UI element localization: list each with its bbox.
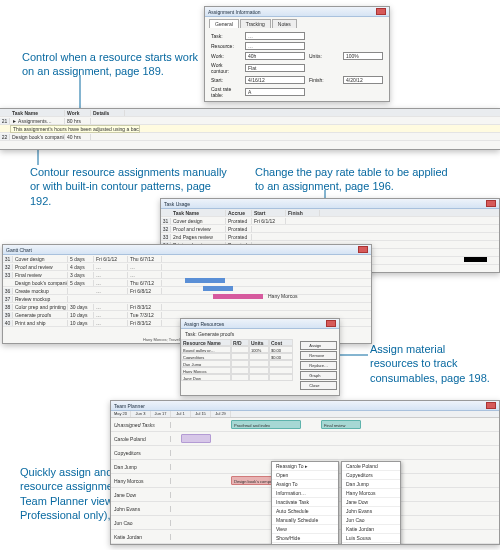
finish-label: Finish: [309, 77, 339, 83]
dialog-assign-resources: Assign Resources Task: Generate proofs R… [180, 318, 340, 396]
context-menu[interactable]: Reassign To ▸OpenAssign ToInformation…In… [271, 461, 339, 545]
cell[interactable] [249, 353, 269, 360]
work-field[interactable]: 40h [245, 52, 305, 60]
tab-general[interactable]: General [209, 19, 239, 28]
usage-grid: Task NameWork Details 21 ► Assignments… … [0, 108, 500, 150]
table-row[interactable]: 332nd Pages reviewProrated [161, 233, 499, 241]
cell[interactable]: Jane Dow [181, 374, 231, 381]
cell[interactable]: 100% [249, 346, 269, 353]
resource-row[interactable]: Carole Poland [111, 432, 499, 446]
task-label: Task: Generate proofs [181, 329, 339, 339]
resource-row[interactable]: Copyeditors [111, 446, 499, 460]
data-marker [469, 257, 487, 262]
task-block[interactable]: Final review [321, 420, 361, 429]
start-field[interactable]: 4/16/12 [245, 76, 305, 84]
rate-field[interactable]: A [245, 88, 305, 96]
tooltip-row: This assignment's hours have been adjust… [0, 125, 500, 133]
cell[interactable]: Hany Morcos [181, 367, 231, 374]
dialog-title: Assign Resources [184, 321, 224, 327]
table-row[interactable]: 31Cover design5 daysFri 6/1/12Thu 6/7/12 [3, 255, 371, 263]
cell[interactable] [231, 374, 249, 381]
task-label: Task: [211, 33, 241, 39]
table-row[interactable]: 32Proof and review4 days…… [3, 263, 371, 271]
close-icon[interactable] [376, 8, 386, 15]
callout-pay-rate: Change the pay rate table to be applied … [255, 165, 455, 194]
cell[interactable] [249, 360, 269, 367]
bar-resource-label: Hany Morcos [268, 293, 363, 299]
close-icon[interactable] [486, 402, 496, 409]
table-row[interactable]: 32Proof and reviewProrated [161, 225, 499, 233]
contour-field[interactable]: Flat [245, 64, 305, 72]
graph-button[interactable]: Graph [300, 371, 337, 380]
cell[interactable] [231, 367, 249, 374]
resource-label: Resource: [211, 43, 241, 49]
close-button[interactable]: Close [300, 381, 337, 390]
menu-item[interactable]: Select All Assignments on this Task [272, 543, 338, 545]
grid-header: Task NameWork Details [0, 109, 500, 117]
cell[interactable] [231, 346, 249, 353]
menu-item[interactable]: Dan Jump [342, 480, 400, 489]
tab-notes[interactable]: Notes [272, 19, 297, 28]
work-label: Work: [211, 53, 241, 59]
window-titlebar: Task Usage [161, 199, 499, 209]
cell[interactable] [249, 374, 269, 381]
menu-item[interactable]: Katie Jordan [342, 525, 400, 534]
menu-item[interactable]: John Evans [342, 507, 400, 516]
start-label: Start: [211, 77, 241, 83]
menu-item[interactable]: Jane Dow [342, 498, 400, 507]
menu-item[interactable]: Show/Hide [272, 534, 338, 543]
tab-strip: General Tracking Notes [205, 17, 389, 28]
menu-item[interactable]: Jun Cao [342, 516, 400, 525]
units-label: Units: [309, 53, 339, 59]
menu-item[interactable]: Hany Morcos [342, 489, 400, 498]
table-row[interactable]: 38Color prep and printing30 days…Fri 8/3… [3, 303, 371, 311]
menu-item[interactable]: Manually Schedule [272, 516, 338, 525]
close-icon[interactable] [358, 246, 368, 253]
menu-item[interactable]: View [272, 525, 338, 534]
assign-button[interactable]: Assign [300, 341, 337, 350]
menu-item[interactable]: Copyeditors [342, 471, 400, 480]
menu-item[interactable]: William Flash [342, 543, 400, 545]
cell[interactable]: $0.00 [269, 346, 293, 353]
dialog-assignment-info: Assignment Information General Tracking … [204, 6, 390, 102]
cell[interactable]: Dan Jump [181, 360, 231, 367]
dialog-titlebar: Assignment Information [205, 7, 389, 17]
cell[interactable] [269, 367, 293, 374]
cell[interactable]: Bound galley pr… [181, 346, 231, 353]
table-row[interactable]: 31Cover designProratedFri 6/1/12 [161, 217, 499, 225]
cell[interactable] [269, 374, 293, 381]
task-block[interactable] [181, 434, 211, 443]
rate-label: Cost rate table: [211, 86, 241, 98]
close-icon[interactable] [326, 320, 336, 327]
cell[interactable]: $0.00 [269, 353, 293, 360]
cell[interactable] [249, 367, 269, 374]
cell[interactable] [231, 353, 249, 360]
finish-field[interactable]: 4/20/12 [343, 76, 383, 84]
menu-item[interactable]: Reassign To ▸ [272, 462, 338, 471]
grid-header: Task Name AccrueStartFinish [161, 209, 499, 217]
tab-tracking[interactable]: Tracking [240, 19, 271, 28]
window-titlebar: Gantt Chart [3, 245, 371, 255]
close-icon[interactable] [486, 200, 496, 207]
remove-button[interactable]: Remove [300, 351, 337, 360]
cell[interactable] [269, 360, 293, 367]
units-field[interactable]: 100% [343, 52, 383, 60]
team-planner-view: Team Planner May 20Jun 3Jun 17Jul 1Jul 1… [110, 400, 500, 545]
menu-item[interactable]: Carole Poland [342, 462, 400, 471]
resource-field[interactable]: … [245, 42, 305, 50]
menu-item[interactable]: Auto Schedule [272, 507, 338, 516]
menu-item[interactable]: Open [272, 471, 338, 480]
cell[interactable]: Copyeditors [181, 353, 231, 360]
menu-item[interactable]: Inactivate Task [272, 498, 338, 507]
replace-button[interactable]: Replace… [300, 361, 337, 370]
menu-item[interactable]: Information… [272, 489, 338, 498]
cell[interactable] [231, 360, 249, 367]
submenu-reassign[interactable]: Carole PolandCopyeditorsDan JumpHany Mor… [341, 461, 401, 545]
gantt-bars: Hany Morcos [183, 275, 363, 299]
menu-item[interactable]: Luis Sousa [342, 534, 400, 543]
dialog-title: Assignment Information [208, 9, 261, 15]
task-field[interactable]: … [245, 32, 305, 40]
table-row[interactable]: 22 Design book's companion website 40 hr… [0, 133, 500, 141]
task-block[interactable]: Proofread and index [231, 420, 301, 429]
menu-item[interactable]: Assign To [272, 480, 338, 489]
